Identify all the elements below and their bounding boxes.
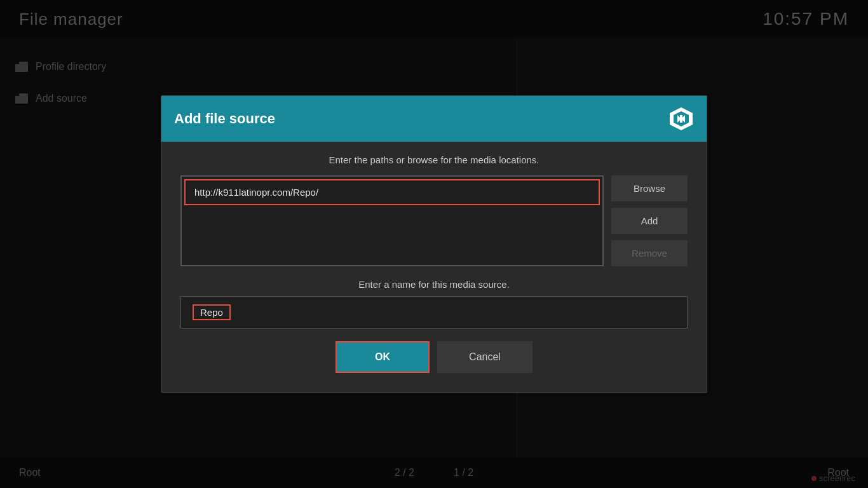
dialog-overlay: Add file source Enter the paths or brows… (0, 0, 868, 488)
name-input-wrapper[interactable]: Repo (180, 296, 688, 329)
kodi-logo-icon (668, 106, 694, 132)
dialog-subtitle: Enter the paths or browse for the media … (180, 154, 688, 165)
paths-area: http://k911latinopr.com/Repo/ Browse Add… (180, 175, 688, 266)
name-label: Enter a name for this media source. (180, 279, 688, 290)
dialog-actions: OK Cancel (180, 341, 688, 373)
path-entry[interactable]: http://k911latinopr.com/Repo/ (184, 179, 600, 205)
paths-list: http://k911latinopr.com/Repo/ (180, 175, 604, 266)
cancel-button[interactable]: Cancel (437, 341, 532, 373)
add-file-source-dialog: Add file source Enter the paths or brows… (161, 95, 707, 393)
side-buttons: Browse Add Remove (611, 175, 688, 266)
dialog-header: Add file source (161, 96, 707, 142)
dialog-body: Enter the paths or browse for the media … (161, 142, 707, 392)
name-display: Repo (181, 297, 687, 328)
add-button[interactable]: Add (611, 208, 688, 234)
name-section: Enter a name for this media source. Repo (180, 279, 688, 329)
remove-button[interactable]: Remove (611, 240, 688, 266)
ok-button[interactable]: OK (336, 341, 430, 373)
dialog-title: Add file source (174, 111, 275, 127)
svg-rect-4 (680, 115, 682, 123)
name-value: Repo (193, 304, 231, 320)
browse-button[interactable]: Browse (611, 175, 688, 201)
